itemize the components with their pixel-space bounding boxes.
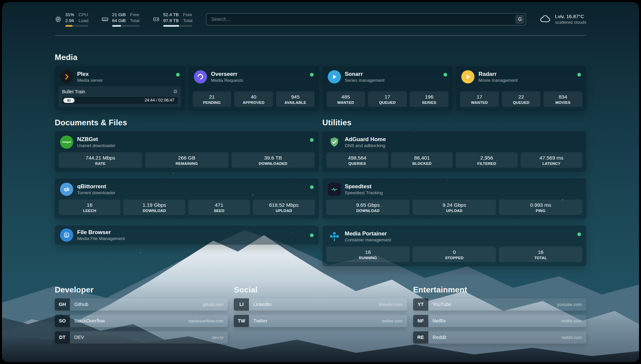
settings-gear-icon[interactable]: ⚙ [173,89,177,95]
bookmark-name: YouTube [433,302,451,307]
bookmark-url: reddit.com [562,335,582,340]
bookmark-url: twitter.com [382,318,403,323]
service-card-filebrowser[interactable]: File Browser Media File Management [55,226,319,245]
disk-usage-bar [163,25,193,27]
bookmark-url: dev.to [212,335,223,340]
status-online-dot [577,232,581,236]
bookmark-url: linkedin.com [379,302,402,307]
cloud-icon [540,15,551,23]
radarr-icon [461,70,474,83]
status-online-dot [443,73,447,76]
filebrowser-icon [60,228,73,242]
cpu-label: CPU [78,12,88,18]
stat-box: 485 WANTED [326,91,365,107]
dashboard: 31% 2.94 CPU Load [2,2,639,362]
bookmark-youtube[interactable]: YT YouTubeyoutube.com [413,298,586,311]
sonarr-icon [328,70,341,83]
stat-box: 498,564 QUERIES [326,152,388,168]
status-online-dot [310,73,314,76]
stat-box: 21 PENDING [193,91,231,107]
stat-box: 0 STOPPED [412,247,496,262]
stat-box: 945 AVAILABLE [276,91,315,107]
bookmark-url: stackoverflow.com [188,318,223,323]
stat-box: 1.19 Gbps DOWNLOAD [123,199,185,215]
stat-box: 471 SEED [188,199,250,215]
stat-box: 618.52 Mbps UPLOAD [253,199,315,215]
bookmark-abbr: DT [55,331,70,344]
bookmark-linkedin[interactable]: LI LinkedInlinkedin.com [234,298,407,311]
service-card-sonarr[interactable]: Sonarr Series management 485 WANTED 17 Q… [322,66,453,111]
bookmark-twitter[interactable]: TW Twittertwitter.com [234,315,407,327]
cpu-load-value: 2.94 [65,18,74,24]
service-name: NZBGet [77,136,115,143]
service-description: Media File Management [77,236,125,241]
bookmark-netflix[interactable]: NF Netflixnetflix.com [413,315,586,327]
service-name: Speedtest [345,183,383,190]
bookmark-github[interactable]: GH Githubgithub.com [55,298,228,311]
status-online-dot [310,138,314,142]
memory-icon [102,16,108,23]
plex-now-playing: Bullet Train ⚙ 24:44 / 02:06:47 [59,86,181,107]
service-name: File Browser [77,229,125,236]
weather-location: Lviv, 16.87°C [555,14,586,20]
service-card-nzbget[interactable]: nzbget NZBGet Usenet downloader 744.21 M… [55,131,319,172]
disk-widget: 52.4 TB 97.9 TB Free Total [153,12,193,27]
stat-box: 17 QUEUED [368,91,407,107]
bookmark-abbr: TW [234,315,249,327]
service-card-speedtest[interactable]: Speedtest Speedtest Tracking 9.65 Gbps D… [322,178,587,219]
service-card-plex[interactable]: Plex Media server Bullet Train ⚙ 24:44 /… [55,66,185,111]
section-title-utilities: Utilities [322,118,587,127]
bookmark-stackoverflow[interactable]: SO StackOverflowstackoverflow.com [55,315,228,327]
disk-total-label: Total [183,18,193,24]
bookmark-dev[interactable]: DT DEVdev.to [55,331,228,344]
portainer-icon [328,230,341,243]
service-name: Overseerr [211,71,243,77]
service-description: Media server [77,78,103,83]
bookmark-name: DEV [74,335,84,340]
service-name: Sonarr [345,71,385,77]
cpu-percent: 31% [65,12,74,18]
memory-total: 64 GiB [112,18,126,24]
now-playing-title: Bullet Train [62,89,85,94]
memory-free-label: Free [130,12,139,18]
search-input[interactable] [206,13,526,25]
search-provider-button[interactable]: G [515,15,524,24]
bookmark-url: netflix.com [561,318,582,323]
bookmark-url: youtube.com [557,302,582,307]
cpu-widget: 31% 2.94 CPU Load [55,12,88,27]
stat-box: 39.6 TB DOWNLOADED [231,152,315,168]
service-name: Media Portainer [345,230,391,237]
stat-box: 834 MOVIES [543,91,582,107]
section-title-entertainment: Entertainment [413,285,586,294]
stat-box: 47.569 ms LATENCY [521,152,582,168]
playback-time: 24:44 / 02:06:47 [144,98,174,103]
stat-box: 9.65 Gbps DOWNLOAD [326,199,410,215]
service-card-portainer[interactable]: Media Portainer Container management 16 … [322,226,587,266]
service-card-adguard[interactable]: AdGuard Home DNS and adblocking 498,564 … [322,131,587,172]
service-card-radarr[interactable]: Radarr Movie management 17 WANTED 22 QUE… [456,66,586,111]
section-title-documents: Documents & Files [55,118,319,127]
status-online-dot [577,73,581,76]
weather-widget: Lviv, 16.87°C scattered clouds [540,14,586,25]
playback-progress-bar[interactable]: 24:44 / 02:06:47 [62,97,178,104]
stat-box: 0.993 ms PING [499,199,582,215]
memory-total-label: Total [130,18,139,24]
bookmark-reddit[interactable]: RE Redditreddit.com [413,331,586,344]
section-media: Media Plex Media server [55,53,586,111]
stat-box: 196 SERIES [410,91,449,107]
memory-free: 21 GiB [112,12,126,18]
cpu-icon [55,16,62,23]
service-card-qbittorrent[interactable]: qb qBittorrent Torrent downloader 16 LEE… [55,178,319,219]
stat-box: 40 APPROVED [234,91,273,107]
stat-box: 9.24 Gbps UPLOAD [412,199,496,215]
status-online-dot [310,233,314,237]
service-description: Torrent downloader [77,190,115,195]
memory-usage-bar [112,25,139,27]
stat-box: 86,401 BLOCKED [391,152,453,168]
header-divider [55,35,586,36]
qbittorrent-icon: qb [60,183,73,196]
service-description: Speedtest Tracking [345,190,383,195]
pause-button[interactable] [63,98,75,103]
section-developer: Developer GH Githubgithub.com SO StackOv… [55,285,228,344]
service-card-overseerr[interactable]: Overseerr Media Requests 21 PENDING 40 A… [189,66,319,111]
